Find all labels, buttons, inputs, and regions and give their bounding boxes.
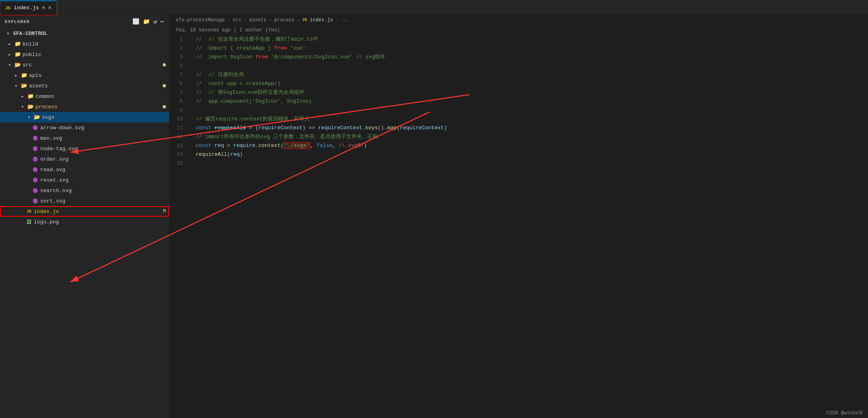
line-number: 6 (169, 79, 189, 88)
line-content: requireAll(req) (192, 150, 868, 159)
code-line-11: 11 const requireAll = (requireContext) =… (169, 124, 868, 132)
img-file-icon: 🖼 (26, 219, 32, 225)
sidebar-item-logo[interactable]: 🖼 logo.png (0, 217, 169, 227)
code-line-8: 8 // app.component('SvgIcon', SvgIcon) (169, 97, 868, 106)
new-file-icon[interactable]: ⬜ (132, 18, 140, 25)
modified-dot (163, 84, 166, 87)
breadcrumb-indexjs: index.js (310, 17, 333, 23)
breadcrumb-assets: assets (249, 17, 266, 23)
chevron-down-icon (26, 114, 32, 120)
sidebar-item-public[interactable]: 📁 public (0, 49, 169, 60)
sidebar-item-assets[interactable]: 📂 assets (0, 81, 169, 91)
line-number: 5 (169, 70, 189, 79)
breadcrumb-bar: sfa-processManage › src › assets › proce… (169, 15, 868, 25)
line-number: 8 (169, 97, 189, 106)
main-layout: EXPLORER ⬜ 📁 ↺ ⋯ SFA-CONTROL 📁 build (0, 15, 868, 418)
line-number: 3 (169, 53, 189, 62)
line-content: // 遍历require.context的返回模块，并导入 (192, 115, 868, 124)
watermark: CSDN @winne等 (827, 410, 863, 416)
tab-index-js[interactable]: JS index.js M × (0, 0, 57, 14)
reset-label: reset.svg (40, 177, 68, 183)
svgs-label: svgs (42, 114, 54, 120)
sidebar-item-apis[interactable]: 📁 apis (0, 70, 169, 81)
js-file-icon: JS (26, 208, 32, 215)
sidebar-item-build[interactable]: 📁 build (0, 39, 169, 49)
sidebar-item-process[interactable]: 📂 process (0, 101, 169, 112)
line-content: // import SvgIcon from '@/components/Svg… (192, 53, 868, 62)
line-number: 14 (169, 150, 189, 159)
chevron-right-icon (6, 41, 13, 47)
sidebar-header: EXPLORER ⬜ 📁 ↺ ⋯ (0, 15, 169, 28)
read-label: read.svg (40, 167, 65, 173)
code-line-10: 10 // 遍历require.context的返回模块，并导入 (169, 115, 868, 124)
line-content: const requireAll = (requireContext) => r… (192, 124, 868, 132)
refresh-icon[interactable]: ↺ (153, 18, 157, 25)
line-number: 10 (169, 115, 189, 124)
breadcrumb-ellipsis: ... (341, 17, 349, 23)
root-label: SFA-CONTROL (13, 31, 48, 37)
modified-badge: M (163, 209, 166, 214)
line-number: 12 (169, 132, 189, 141)
sidebar-item-sort[interactable]: 🟣 sort.svg (0, 196, 169, 206)
sidebar-item-arrow-down[interactable]: 🟣 arrow-down.svg (0, 122, 169, 133)
editor-area: sfa-processManage › src › assets › proce… (169, 15, 868, 418)
sidebar-item-common[interactable]: 📁 common (0, 91, 169, 101)
chevron-down-icon (6, 62, 13, 68)
search-label: search.svg (40, 188, 72, 194)
assets-label: assets (29, 83, 48, 89)
code-line-1: 1 // // 在这里全局注册不生效，搬到了main.ts中 (169, 35, 868, 44)
sidebar-item-read[interactable]: 🟣 read.svg (0, 164, 169, 175)
collapse-icon[interactable]: ⋯ (160, 18, 164, 25)
line-number: 11 (169, 124, 189, 132)
svg-file-icon: 🟣 (32, 166, 39, 173)
index-js-label: index.js (34, 209, 59, 215)
folder-icon: 📂 (34, 114, 40, 120)
line-number: 1 (169, 35, 189, 44)
sidebar-item-search[interactable]: 🟣 search.svg (0, 185, 169, 196)
sidebar-root[interactable]: SFA-CONTROL (0, 28, 169, 39)
folder-icon: 📂 (27, 103, 34, 110)
folder-icon: 📂 (21, 83, 27, 89)
code-line-4: 4 (169, 62, 868, 70)
breadcrumb-sep: › (335, 17, 338, 23)
folder-icon: 📁 (14, 51, 21, 58)
svg-file-icon: 🟣 (32, 177, 39, 183)
line-content: // const app = createApp() (192, 79, 868, 88)
line-content: // app.component('SvgIcon', SvgIcon) (192, 97, 868, 106)
logo-label: logo.png (34, 219, 59, 225)
man-label: man.svg (40, 135, 62, 141)
sidebar-item-src[interactable]: 📂 src (0, 60, 169, 70)
breadcrumb-sep: › (297, 17, 300, 23)
code-line-15: 15 (169, 159, 868, 168)
sidebar-item-reset[interactable]: 🟣 reset.svg (0, 175, 169, 185)
svg-file-icon: 🟣 (32, 135, 39, 141)
public-label: public (23, 52, 41, 58)
build-label: build (23, 41, 38, 47)
git-info-bar: You, 18 seconds ago | 1 author (You) (169, 25, 868, 35)
breadcrumb-src: src (233, 17, 242, 23)
code-editor[interactable]: 1 // // 在这里全局注册不生效，搬到了main.ts中 2 // impo… (169, 35, 868, 418)
modified-dot (163, 63, 166, 66)
order-label: order.svg (40, 156, 68, 162)
sidebar-item-man[interactable]: 🟣 man.svg (0, 133, 169, 143)
breadcrumb-process: process (274, 17, 294, 23)
modified-dot (163, 105, 166, 108)
new-folder-icon[interactable]: 📁 (143, 18, 150, 25)
sidebar-item-node-tag[interactable]: 🟣 node-tag.svg (0, 143, 169, 154)
apis-label: apis (29, 72, 41, 79)
tab-close-button[interactable]: × (48, 5, 51, 11)
chevron-right-icon (6, 51, 13, 58)
breadcrumb-text: sfa-processManage (176, 17, 225, 23)
tab-modified-badge: M (42, 6, 45, 10)
svg-file-icon: 🟣 (32, 145, 39, 152)
svg-file-icon: 🟣 (32, 156, 39, 162)
sidebar-item-svgs[interactable]: 📂 svgs (0, 112, 169, 122)
line-content: // import所有符合条件的svg 三个参数：文件夹、是否使用子文件夹、正则 (192, 132, 868, 141)
code-line-12: 12 // import所有符合条件的svg 三个参数：文件夹、是否使用子文件夹… (169, 132, 868, 141)
sidebar-item-index-js[interactable]: JS index.js M (0, 206, 169, 217)
chevron-right-icon (19, 93, 26, 99)
chevron-down-icon (5, 30, 11, 37)
sidebar-item-order[interactable]: 🟣 order.svg (0, 154, 169, 164)
folder-icon: 📁 (27, 93, 34, 99)
line-number: 4 (169, 62, 189, 70)
